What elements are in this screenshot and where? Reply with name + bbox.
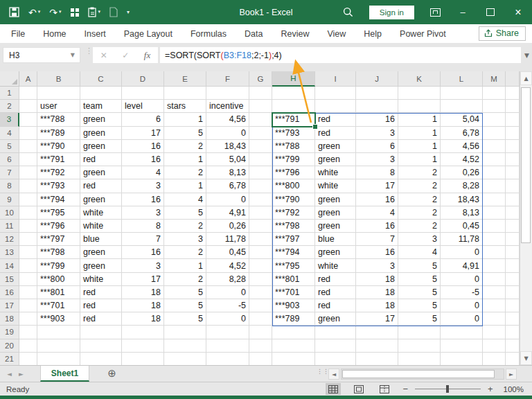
cell-A1[interactable] — [19, 87, 37, 100]
cell-C16[interactable]: red — [80, 286, 122, 299]
cell-L9[interactable]: 18,43 — [441, 193, 483, 206]
cell-B16[interactable]: ***801 — [37, 286, 80, 299]
cell-M1[interactable] — [483, 87, 506, 100]
cell-G11[interactable] — [249, 220, 272, 233]
cell-M21[interactable] — [483, 353, 506, 366]
cell-A18[interactable] — [19, 312, 37, 326]
cell-F18[interactable]: 0 — [206, 312, 249, 326]
column-header-partial[interactable] — [506, 71, 520, 87]
cell-F7[interactable]: 8,13 — [206, 166, 249, 179]
cell-D5[interactable]: 16 — [122, 140, 164, 153]
cell-J14[interactable]: 3 — [356, 259, 398, 272]
row-header-19[interactable]: 19 — [0, 326, 19, 339]
cell-D10[interactable]: 3 — [122, 206, 164, 220]
tab-view[interactable]: View — [318, 24, 355, 43]
cell-D8[interactable]: 3 — [122, 179, 164, 193]
save-icon[interactable] — [9, 7, 19, 17]
cell-J20[interactable] — [356, 339, 398, 353]
cell-J3[interactable]: 16 — [356, 113, 398, 126]
cell-H19[interactable] — [272, 326, 315, 339]
column-header-I[interactable]: I — [315, 71, 356, 87]
view-grid-icon[interactable] — [71, 8, 79, 17]
cell-F14[interactable]: 4,52 — [206, 259, 249, 272]
cell-J19[interactable] — [356, 326, 398, 339]
cell-L2[interactable] — [441, 100, 483, 113]
column-header-M[interactable]: M — [483, 71, 506, 87]
tab-scroll-split-handle[interactable]: ⋮⋮ — [317, 369, 329, 373]
cell-C10[interactable]: white — [80, 206, 122, 220]
cell-J16[interactable]: 18 — [356, 286, 398, 299]
maximize-button[interactable] — [477, 0, 504, 24]
cell-G14[interactable] — [249, 259, 272, 272]
cell-B1[interactable] — [37, 87, 80, 100]
cell-F4[interactable]: 0 — [206, 127, 249, 140]
cell-L7[interactable]: 0,26 — [441, 166, 483, 179]
cell-K11[interactable]: 2 — [398, 220, 441, 233]
cell-L16[interactable]: -5 — [441, 286, 483, 299]
cell-L13[interactable]: 0 — [441, 246, 483, 259]
cell-C8[interactable]: red — [80, 179, 122, 193]
cell-F9[interactable]: 0 — [206, 193, 249, 206]
cell-G16[interactable] — [249, 286, 272, 299]
cell-B19[interactable] — [37, 326, 80, 339]
cell-H14[interactable]: ***795 — [272, 259, 315, 272]
cell-C14[interactable]: green — [80, 259, 122, 272]
cell-H10[interactable]: ***792 — [272, 206, 315, 220]
search-button[interactable] — [335, 0, 362, 24]
cell-F1[interactable] — [206, 87, 249, 100]
cell-M16[interactable] — [483, 286, 506, 299]
cell-I4[interactable]: red — [315, 127, 356, 140]
horizontal-scroll-thumb[interactable] — [342, 370, 495, 378]
cell-G1[interactable] — [249, 87, 272, 100]
cell-H9[interactable]: ***790 — [272, 193, 315, 206]
cell-L1[interactable] — [441, 87, 483, 100]
cell-C15[interactable]: white — [80, 273, 122, 286]
cell-M7[interactable] — [483, 166, 506, 179]
cell-E7[interactable]: 2 — [164, 166, 206, 179]
cell-B21[interactable] — [37, 353, 80, 366]
undo-button[interactable]: ↶▾ — [28, 8, 40, 17]
cell-D4[interactable]: 17 — [122, 127, 164, 140]
cell-I16[interactable]: red — [315, 286, 356, 299]
cell-B20[interactable] — [37, 339, 80, 353]
cell-M9[interactable] — [483, 193, 506, 206]
cell-C7[interactable]: green — [80, 166, 122, 179]
row-header-8[interactable]: 8 — [0, 179, 19, 193]
row-header-5[interactable]: 5 — [0, 140, 19, 153]
cell-X10[interactable] — [506, 206, 520, 220]
cell-L12[interactable]: 11,78 — [441, 233, 483, 246]
vertical-scrollbar[interactable]: ▲ ▼ — [520, 71, 532, 365]
cell-E10[interactable]: 5 — [164, 206, 206, 220]
cell-K5[interactable]: 1 — [398, 140, 441, 153]
cell-F3[interactable]: 4,56 — [206, 113, 249, 126]
cell-C12[interactable]: blue — [80, 233, 122, 246]
cell-E13[interactable]: 2 — [164, 246, 206, 259]
cell-G9[interactable] — [249, 193, 272, 206]
cell-E6[interactable]: 1 — [164, 153, 206, 166]
cell-D13[interactable]: 16 — [122, 246, 164, 259]
vertical-scroll-thumb[interactable] — [521, 87, 531, 243]
cell-X14[interactable] — [506, 259, 520, 272]
cell-I1[interactable] — [315, 87, 356, 100]
cell-L21[interactable] — [441, 353, 483, 366]
cell-A15[interactable] — [19, 273, 37, 286]
cell-M6[interactable] — [483, 153, 506, 166]
cell-E15[interactable]: 2 — [164, 273, 206, 286]
column-header-D[interactable]: D — [122, 71, 164, 87]
cell-G4[interactable] — [249, 127, 272, 140]
cell-F13[interactable]: 0,45 — [206, 246, 249, 259]
sheet-tab-sheet1[interactable]: Sheet1 — [40, 366, 89, 382]
scroll-left-icon[interactable]: ◄ — [328, 369, 339, 380]
cell-M5[interactable] — [483, 140, 506, 153]
cell-G21[interactable] — [249, 353, 272, 366]
cell-G3[interactable] — [249, 113, 272, 126]
cell-B5[interactable]: ***790 — [37, 140, 80, 153]
cell-H16[interactable]: ***701 — [272, 286, 315, 299]
cell-L18[interactable]: 0 — [441, 312, 483, 326]
cell-D6[interactable]: 16 — [122, 153, 164, 166]
zoom-in-icon[interactable]: + — [488, 384, 493, 393]
cell-B7[interactable]: ***792 — [37, 166, 80, 179]
cell-B2[interactable]: user — [37, 100, 80, 113]
cell-E21[interactable] — [164, 353, 206, 366]
formula-input[interactable]: =SORT(SORT(B3:F18;2;-1);4) — [160, 47, 521, 63]
